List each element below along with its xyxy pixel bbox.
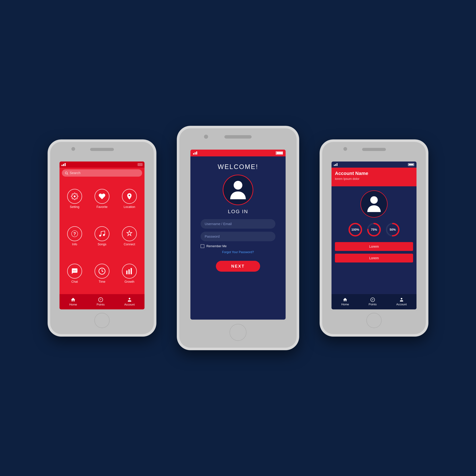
grid-item-time[interactable]: Time xyxy=(88,255,116,292)
left-nav-points-label: Points xyxy=(97,303,104,306)
lorem-label-1: Lorem xyxy=(369,245,379,249)
lorem-label-2: Lorem xyxy=(369,256,379,260)
progress-100: 100% xyxy=(348,222,363,237)
svg-rect-11 xyxy=(126,271,128,274)
center-username-field[interactable]: Username / Email xyxy=(201,219,275,229)
time-label: Time xyxy=(99,280,105,284)
progress-50-label: 50% xyxy=(390,228,396,232)
left-status-bar xyxy=(59,162,144,168)
right-nav-account[interactable]: Account xyxy=(396,297,407,306)
center-screen: WELCOME! LOG IN Username / Email Passwor… xyxy=(190,150,286,320)
chat-icon xyxy=(71,267,78,275)
center-signal xyxy=(193,152,197,154)
right-lorem-btn-2[interactable]: Lorem xyxy=(335,254,413,262)
music-icon xyxy=(98,230,106,238)
grid-item-info[interactable]: ? Info xyxy=(61,218,88,255)
right-avatar-icon xyxy=(366,195,382,213)
right-screen: Account Name lorem Ipsum dolor xyxy=(332,162,416,309)
grid-item-songs[interactable]: Songs xyxy=(88,218,116,255)
center-screen-content: WELCOME! LOG IN Username / Email Passwor… xyxy=(190,150,286,320)
grid-item-chat[interactable]: Chat xyxy=(61,255,88,292)
right-screen-content: Account Name lorem Ipsum dolor xyxy=(332,162,416,309)
left-signal xyxy=(62,163,66,166)
left-battery xyxy=(138,163,142,166)
svg-point-18 xyxy=(370,196,378,204)
favorite-label: Favorite xyxy=(96,205,107,209)
right-signal xyxy=(334,163,338,166)
right-nav-points[interactable]: P Points xyxy=(369,297,376,306)
right-account-sub: lorem Ipsum dolor xyxy=(335,177,413,181)
location-icon-circle xyxy=(122,189,137,204)
right-status-bar xyxy=(332,162,416,168)
pin-icon xyxy=(126,193,133,200)
grid-item-setting[interactable]: Setting xyxy=(61,180,88,218)
progress-100-label: 100% xyxy=(351,228,359,232)
center-password-placeholder: Password xyxy=(205,235,220,238)
location-label: Location xyxy=(124,205,135,209)
center-next-button[interactable]: NEXT xyxy=(216,261,260,272)
left-nav-home[interactable]: Home xyxy=(69,297,77,306)
right-account-name: Account Name xyxy=(335,171,413,176)
connect-label: Connect xyxy=(124,243,135,246)
left-screen-content: Search Setting xyxy=(59,162,144,309)
songs-icon-circle xyxy=(95,226,109,241)
points-icon: P xyxy=(98,297,103,302)
remember-checkbox[interactable] xyxy=(201,244,204,248)
right-bottom-nav: Home P Points Account xyxy=(332,294,416,309)
grid-item-location[interactable]: Location xyxy=(116,180,143,218)
right-avatar-section xyxy=(332,190,416,218)
right-home-icon xyxy=(343,297,347,302)
phone-right: Account Name lorem Ipsum dolor xyxy=(320,139,428,337)
growth-icon-circle xyxy=(122,264,137,279)
svg-rect-12 xyxy=(129,269,130,274)
user-icon xyxy=(127,297,132,302)
home-icon xyxy=(70,297,76,302)
info-label: Info xyxy=(72,243,77,246)
favorite-icon-circle xyxy=(95,189,109,204)
svg-point-7 xyxy=(73,271,74,271)
svg-point-5 xyxy=(103,234,105,236)
grid-item-favorite[interactable]: Favorite xyxy=(88,180,116,218)
clock-icon xyxy=(98,267,106,275)
left-screen: Search Setting xyxy=(59,162,144,309)
left-grid: Setting Favorite xyxy=(59,178,144,294)
right-lorem-btn-1[interactable]: Lorem xyxy=(335,242,413,251)
svg-rect-13 xyxy=(131,268,132,274)
right-nav-home[interactable]: Home xyxy=(341,297,349,306)
svg-point-8 xyxy=(74,271,75,271)
center-remember-me[interactable]: Remember Me xyxy=(201,244,275,248)
svg-marker-6 xyxy=(127,231,132,236)
center-welcome-text: WELCOME! xyxy=(218,163,258,170)
left-nav-points[interactable]: P Points xyxy=(97,297,104,306)
center-battery xyxy=(276,151,283,155)
chart-icon xyxy=(126,267,133,275)
left-home-button[interactable] xyxy=(94,313,110,328)
left-bottom-nav: Home P Points Account xyxy=(59,294,144,309)
svg-point-17 xyxy=(234,181,242,189)
progress-75: 75% xyxy=(366,222,382,237)
connect-icon-circle xyxy=(122,226,137,241)
center-camera xyxy=(204,135,208,139)
search-placeholder: Search xyxy=(70,171,80,175)
grid-item-connect[interactable]: Connect xyxy=(116,218,143,255)
center-username-placeholder: Username / Email xyxy=(205,222,232,226)
left-speaker xyxy=(90,148,114,151)
left-nav-account[interactable]: Account xyxy=(124,297,135,306)
phone-center: WELCOME! LOG IN Username / Email Passwor… xyxy=(177,126,299,350)
right-battery xyxy=(408,163,414,166)
center-password-field[interactable]: Password xyxy=(201,232,275,241)
center-home-button[interactable] xyxy=(229,324,246,341)
svg-text:P: P xyxy=(372,299,373,301)
search-icon xyxy=(65,171,68,175)
left-nav-account-label: Account xyxy=(124,303,135,306)
center-forgot-password[interactable]: Forgot Your Password? xyxy=(222,250,254,254)
scene: Search Setting xyxy=(34,34,442,442)
grid-item-growth[interactable]: Growth xyxy=(116,255,143,292)
right-avatar xyxy=(360,190,388,218)
right-home-button[interactable] xyxy=(366,313,382,328)
right-speaker xyxy=(362,148,386,151)
right-nav-account-label: Account xyxy=(396,303,407,306)
left-search-bar[interactable]: Search xyxy=(62,169,142,177)
right-header: Account Name lorem Ipsum dolor xyxy=(332,168,416,186)
setting-label: Setting xyxy=(70,205,79,209)
